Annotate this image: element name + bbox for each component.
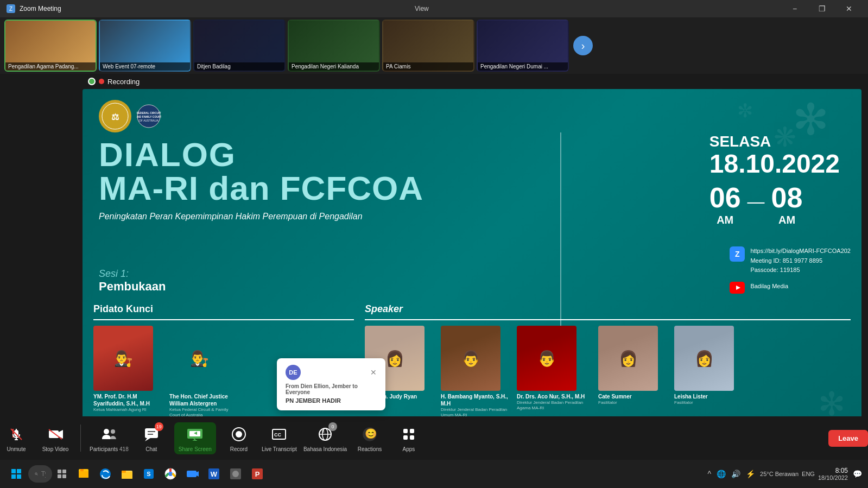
participants-button[interactable]: Participants 418: [90, 424, 129, 452]
leave-button[interactable]: Leave: [828, 430, 868, 447]
svg-marker-6: [736, 286, 740, 290]
online-indicator: [88, 78, 96, 85]
live-transcript-icon: CC: [269, 424, 289, 444]
bahasa-button[interactable]: B 0 Bahasa Indonesia: [303, 424, 347, 452]
thumbnail-4[interactable]: Pengadilan Negeri Kalianda: [288, 20, 380, 72]
svg-rect-48: [62, 470, 66, 473]
taskbar-search[interactable]: [30, 464, 50, 484]
taskbar-explorer[interactable]: [74, 464, 93, 484]
taskbar-task-view[interactable]: [52, 464, 72, 484]
share-screen-button[interactable]: Share Screen: [174, 422, 216, 454]
thumb-label-1: Pengadilan Agama Padang...: [5, 62, 96, 71]
speaker-syarifuddin: 👨‍⚖️ YM. Prof. Dr. H.M Syarifuddin, S.H.…: [93, 326, 164, 419]
taskbar-clock[interactable]: 8:05 18/10/2022: [818, 467, 848, 481]
svg-rect-52: [79, 471, 88, 478]
participants-label: Participants 418: [90, 446, 129, 452]
svg-rect-38: [410, 429, 414, 433]
taskbar-file-explorer[interactable]: [117, 464, 137, 484]
name-bambang: H. Bambang Myanto, S.H., M.H: [441, 393, 511, 407]
tray-arrow[interactable]: ^: [706, 468, 713, 479]
svg-rect-44: [17, 474, 21, 479]
thumbnail-1[interactable]: Pengadilan Agama Padang...: [4, 20, 97, 72]
thumbnail-2[interactable]: Web Event 07-remote: [99, 20, 191, 72]
ma-logo: ⚖: [99, 100, 131, 132]
time-end: 08: [771, 181, 803, 214]
svg-rect-47: [58, 470, 61, 473]
thumbnails-strip: Pengadilan Agama Padang... Web Event 07-…: [0, 17, 868, 74]
taskbar-zoom[interactable]: [182, 464, 202, 484]
bahasa-badge: 0: [328, 422, 337, 431]
tray-network[interactable]: 🌐: [715, 468, 727, 479]
close-button[interactable]: ✕: [837, 0, 861, 17]
view-label[interactable]: View: [415, 5, 429, 12]
meeting-info-panel: Z https://bit.ly/DialogMARI-FCFCOA202 Me…: [730, 246, 851, 294]
photo-alstergren: 👨‍⚖️: [169, 326, 229, 391]
sesi-title: Pembukaan: [99, 280, 166, 294]
speaker-aconur: 👨 Dr. Drs. Aco Nur, S.H., M.H Direktur J…: [517, 326, 587, 419]
apps-button[interactable]: Apps: [392, 424, 425, 452]
tray-battery[interactable]: ⚡: [744, 468, 757, 479]
svg-rect-49: [58, 474, 61, 478]
speaker-title: Speaker: [365, 303, 851, 315]
chat-label: Chat: [145, 446, 157, 452]
record-button[interactable]: Record: [223, 424, 255, 452]
svg-rect-37: [403, 429, 408, 433]
app-icon: Z: [7, 4, 15, 13]
svg-text:⚖: ⚖: [111, 112, 119, 122]
taskbar-search-input[interactable]: [41, 470, 46, 478]
svg-text:B: B: [322, 429, 325, 433]
live-transcript-button[interactable]: CC Live Transcript: [262, 424, 297, 452]
facilitator-cate: 👩 Cate Sumner Fasilitator: [598, 326, 669, 419]
thumb-label-6: Pengadilan Negeri Dumai ...: [478, 62, 568, 71]
unmute-button[interactable]: Unmute: [0, 424, 33, 452]
zoom-icon: Z: [730, 246, 745, 262]
live-transcript-label: Live Transcript: [262, 446, 297, 452]
tray-volume[interactable]: 🔊: [730, 468, 742, 479]
pidato-underline: [93, 319, 354, 320]
popup-from: From Dien Ellion, Jember to Everyone: [286, 383, 377, 395]
thumbnail-3[interactable]: Ditjen Badilag: [193, 20, 286, 72]
taskbar-word[interactable]: W: [204, 464, 224, 484]
photo-leisha: 👩: [674, 326, 734, 391]
svg-rect-13: [49, 430, 59, 438]
thumbnail-6[interactable]: Pengadilan Negeri Dumai ...: [477, 20, 569, 72]
logo-area: ⚖ FEDERAL CIRCUIT AND FAMILY COURT OF AU…: [99, 100, 161, 132]
youtube-channel: Badilag Media: [750, 282, 788, 291]
svg-rect-41: [11, 469, 16, 473]
maximize-button[interactable]: ❐: [809, 0, 834, 17]
start-button[interactable]: [4, 460, 28, 488]
participants-icon: [99, 424, 119, 444]
speaker-block: Speaker 👩 The Hon. Judy Ryan 👨 H. Bamban…: [365, 303, 851, 428]
reactions-label: Reactions: [358, 446, 382, 452]
thumbnails-next-button[interactable]: ›: [573, 36, 593, 55]
window-title: Zoom Meeting: [20, 5, 61, 12]
unmute-label: Unmute: [7, 446, 26, 452]
toolbar-divider-1: [80, 424, 81, 452]
taskbar-store[interactable]: S: [139, 464, 159, 484]
notifications-icon[interactable]: 💬: [851, 468, 864, 479]
time-dash: —: [747, 192, 765, 212]
zoom-link: https://bit.ly/DialogMARI-FCFCOA202: [750, 246, 851, 256]
thumbnail-5[interactable]: PA Ciamis: [382, 20, 474, 72]
apps-label: Apps: [403, 446, 415, 452]
slide-content: ✻ ❋ ✼ ✻ ⚖ FEDERAL CIRCUIT AND FAMILY COU…: [83, 89, 861, 434]
time-unit-start: AM: [717, 214, 733, 226]
svg-text:CC: CC: [274, 432, 281, 438]
stop-video-button[interactable]: Stop Video: [39, 424, 72, 452]
minimize-button[interactable]: −: [782, 0, 807, 17]
reactions-button[interactable]: 😊 Reactions: [353, 424, 386, 452]
speaker-bambang: 👨 H. Bambang Myanto, S.H., M.H Direktur …: [441, 326, 511, 419]
taskbar-app-9[interactable]: [226, 464, 245, 484]
name-syarifuddin: YM. Prof. Dr. H.M Syarifuddin, S.H., M.H: [93, 393, 164, 407]
share-screen-icon: [185, 424, 205, 444]
recording-bar: Recording: [83, 74, 145, 89]
taskbar-edge[interactable]: [96, 464, 115, 484]
svg-rect-39: [403, 435, 408, 440]
popup-close-button[interactable]: ✕: [370, 368, 377, 377]
chat-button[interactable]: 19 Chat: [135, 424, 168, 452]
popup-message[interactable]: DE ✕ From Dien Ellion, Jember to Everyon…: [277, 358, 385, 410]
day-label: SELASA: [709, 132, 840, 151]
taskbar-app-10[interactable]: P: [248, 464, 267, 484]
taskbar-chrome[interactable]: [161, 464, 180, 484]
role-cate: Fasilitator: [598, 400, 617, 405]
